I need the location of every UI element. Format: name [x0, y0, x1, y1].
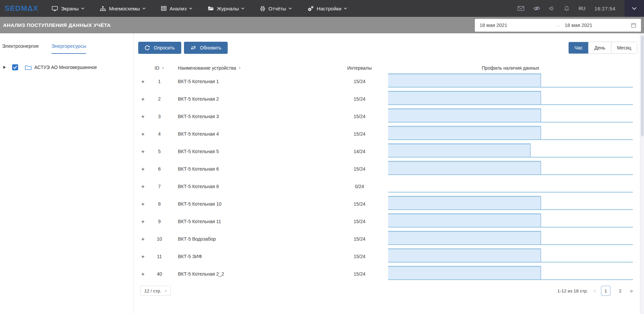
column-header-id[interactable]: ID ▲▼ [148, 65, 171, 71]
folder-icon [25, 65, 32, 70]
next-page-button[interactable]: > [630, 288, 633, 294]
expand-row-button[interactable]: + [141, 131, 145, 137]
menu-analysis[interactable]: Анализ [161, 6, 192, 11]
date-range-picker[interactable]: 18 мая 2021 → 18 мая 2021 [475, 19, 641, 32]
menu-settings[interactable]: Настройки [307, 6, 347, 11]
menu-reports[interactable]: Отчёты [260, 6, 292, 11]
profile-filled-area [388, 196, 541, 209]
date-to-value[interactable]: 18 мая 2021 [565, 23, 631, 28]
expand-row-button[interactable]: + [141, 96, 145, 102]
device-name: ВКТ-5 Котельная 3 [178, 114, 219, 119]
column-header-name[interactable]: Наименование устройства ▲▼ [171, 65, 331, 71]
tree-node-label[interactable]: АСТУЭ АО Многовершинное [34, 65, 97, 70]
row-id: 11 [157, 254, 162, 259]
sidebar: Электроэнергия Энергоресурсы АСТУЭ АО Мн… [0, 33, 134, 314]
page-button-2[interactable]: 2 [615, 286, 625, 296]
repeat-icon [190, 45, 196, 50]
expand-row-button[interactable]: + [141, 201, 145, 207]
intervals-value: 15/24 [331, 201, 388, 207]
user-menu-button[interactable] [624, 0, 644, 17]
profile-filled-area [388, 108, 541, 122]
profile-filled-area [388, 73, 541, 87]
data-profile-chart [388, 161, 633, 175]
profile-baseline [388, 87, 633, 88]
profile-baseline [388, 209, 633, 210]
chevron-down-icon [241, 7, 244, 9]
period-month[interactable]: Месяц [611, 42, 637, 54]
row-id: 2 [158, 96, 161, 102]
row-id: 5 [158, 149, 161, 154]
tree-node: АСТУЭ АО Многовершинное [0, 64, 133, 70]
expand-row-button[interactable]: + [141, 114, 145, 119]
expand-row-button[interactable]: + [141, 271, 145, 277]
table-row: + 5 ВКТ-5 Котельная 5 14/24 [138, 143, 644, 160]
profile-baseline [388, 279, 633, 280]
sync-icon [145, 45, 150, 50]
period-hour[interactable]: Час [569, 42, 588, 54]
intervals-value: 15/24 [331, 96, 388, 102]
menu-journals[interactable]: Журналы [208, 6, 245, 11]
table-row: + 7 ВКТ-5 Котельная 8 0/24 [138, 178, 644, 195]
page-size-select[interactable]: 12 / стр. ▾ [140, 286, 171, 296]
profile-filled-area [388, 161, 541, 174]
row-id: 8 [158, 201, 161, 207]
mail-icon[interactable] [518, 6, 524, 11]
main-menu: Экраны Мнемосхемы Анализ [52, 6, 347, 11]
page-button-1[interactable]: 1 [601, 286, 610, 296]
navbar-status-area: RU 16:27:54 [518, 0, 644, 17]
profile-baseline [388, 192, 633, 193]
profile-baseline [388, 139, 633, 140]
expand-row-button[interactable]: + [141, 184, 145, 189]
expand-row-button[interactable]: + [141, 236, 145, 242]
gears-icon [307, 6, 314, 11]
period-day[interactable]: День [588, 42, 611, 54]
poll-button[interactable]: Опросить [138, 42, 181, 54]
column-label: ID [155, 65, 159, 71]
bell-icon[interactable] [564, 6, 569, 11]
expand-row-button[interactable]: + [141, 166, 145, 172]
expand-row-button[interactable]: + [141, 149, 145, 154]
toolbar: Опросить Обновить Час День Месяц [138, 42, 644, 54]
device-name: ВКТ-5 Котельная 2_2 [178, 271, 224, 277]
sedmax-app: SEDMΔX Экраны Мнемосхемы [0, 0, 644, 314]
profile-baseline [388, 174, 633, 175]
tab-electricity[interactable]: Электроэнергия [2, 43, 39, 54]
prev-page-button[interactable]: < [593, 288, 596, 294]
row-id: 10 [157, 236, 162, 242]
device-name: ВКТ-5 ЗИФ [178, 254, 202, 259]
language-selector[interactable]: RU [578, 6, 585, 11]
refresh-button[interactable]: Обновить [184, 42, 228, 54]
check-icon [13, 66, 17, 69]
tree-expand-caret[interactable] [3, 66, 6, 69]
intervals-value: 15/24 [331, 236, 388, 242]
data-profile-chart [388, 73, 633, 88]
menu-label: Отчёты [268, 6, 286, 11]
scrollbar-thumb[interactable] [641, 35, 644, 136]
tree-checkbox-checked[interactable] [12, 64, 18, 70]
expand-row-button[interactable]: + [141, 254, 145, 259]
eye-slash-icon[interactable] [533, 6, 540, 11]
profile-filled-area [388, 91, 541, 104]
intervals-value: 15/24 [331, 79, 388, 84]
device-name: ВКТ-5 Котельная 2 [178, 96, 219, 102]
menu-label: Мнемосхемы [109, 6, 140, 11]
expand-row-button[interactable]: + [141, 79, 145, 84]
menu-mnemonics[interactable]: Мнемосхемы [100, 6, 146, 11]
speaker-mute-icon[interactable] [549, 6, 555, 11]
poll-button-label: Опросить [154, 45, 175, 50]
intervals-value: 15/24 [331, 131, 388, 137]
date-from-value[interactable]: 18 мая 2021 [480, 23, 556, 28]
menu-label: Анализ [169, 6, 187, 11]
expand-row-button[interactable]: + [141, 219, 145, 224]
table-row: + 8 ВКТ-5 Котельная 10 15/24 [138, 195, 644, 213]
menu-label: Журналы [217, 6, 239, 11]
calendar-icon[interactable] [631, 23, 636, 28]
menu-label: Экраны [61, 6, 79, 11]
row-id: 40 [157, 271, 162, 277]
menu-screens[interactable]: Экраны [52, 6, 84, 11]
main-body: Электроэнергия Энергоресурсы АСТУЭ АО Мн… [0, 33, 644, 314]
tab-energy-resources[interactable]: Энергоресурсы [51, 43, 86, 54]
pagination: 12 / стр. ▾ 1-12 из 18 стр. < 1 2 > [138, 285, 644, 296]
profile-baseline [388, 227, 633, 228]
sidebar-tabs: Электроэнергия Энергоресурсы [0, 33, 133, 54]
